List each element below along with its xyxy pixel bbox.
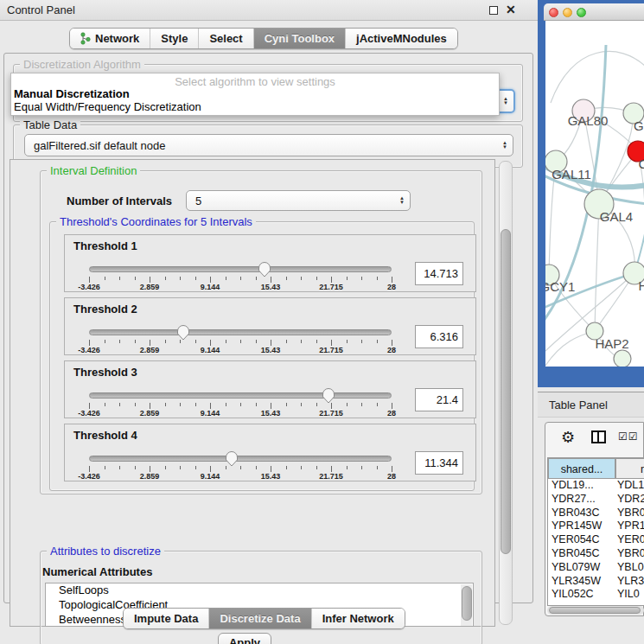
cell-shared-name: YLR345W (552, 575, 601, 587)
numerical-attributes-label: Numerical Attributes (42, 565, 152, 578)
popup-item[interactable]: Equal Width/Frequency Discretization (11, 100, 499, 113)
close-traffic-light-icon[interactable] (549, 8, 558, 17)
threshold-block: Threshold 1-3.4262.8599.14415.4321.71528… (64, 234, 476, 292)
slider-track[interactable] (89, 266, 392, 272)
table-row[interactable]: YDL19...YDL1 (548, 479, 644, 493)
tab-jactivemnodules[interactable]: jActiveMNodules (346, 29, 457, 48)
table-panel-title: Table Panel (549, 399, 608, 411)
popup-item[interactable]: Manual Discretization (11, 87, 499, 100)
gear-icon[interactable]: ⚙ (561, 428, 575, 447)
slider-tick-labels: -3.4262.8599.14415.4321.71528 (89, 346, 392, 354)
tab-discretize-data[interactable]: Discretize Data (209, 609, 311, 628)
threshold-value-field[interactable]: 6.316 (415, 325, 463, 348)
float-window-icon[interactable] (489, 6, 498, 15)
apply-button[interactable]: Apply (218, 633, 271, 644)
svg-text:H: H (639, 278, 644, 293)
cell-shared-name: YDR27... (552, 493, 596, 505)
tab-network[interactable]: Network (70, 29, 150, 48)
svg-text:GCY1: GCY1 (545, 279, 575, 294)
table-horizontal-scrollbar[interactable] (547, 606, 644, 615)
threshold-block: Threshold 2-3.4262.8599.14415.4321.71528… (64, 297, 476, 355)
table-row[interactable]: YBR045CYBR0 (548, 547, 644, 561)
threshold-value-field[interactable]: 14.713 (415, 262, 463, 285)
tab-select[interactable]: Select (199, 29, 253, 48)
table-row[interactable]: YBL079WYBL0 (548, 561, 644, 575)
cell-shared-name: YDL19... (552, 479, 594, 491)
interval-definition-title: Interval Definition (47, 164, 140, 177)
tab-impute-data[interactable]: Impute Data (124, 609, 209, 628)
column-header-shared-name[interactable]: shared... (548, 458, 615, 479)
slider-track[interactable] (89, 329, 392, 335)
cell-name: YPR1 (617, 520, 644, 532)
top-tab-bar: NetworkStyleSelectCyni ToolboxjActiveMNo… (69, 28, 458, 49)
cell-name: YER0 (617, 533, 644, 545)
threshold-label: Threshold 2 (73, 303, 137, 316)
cell-shared-name: YBR045C (552, 547, 600, 559)
minimize-traffic-light-icon[interactable] (563, 8, 572, 17)
combo-arrows-icon: ▲▼ (502, 141, 507, 150)
popup-prompt: Select algorithm to view settings (11, 73, 499, 87)
bottom-tab-bar: Impute DataDiscretize DataInfer Network (123, 608, 405, 629)
slider-track[interactable] (89, 456, 392, 462)
table-row[interactable]: YBR043CYBR0 (548, 507, 644, 520)
cell-name: YBR0 (617, 507, 644, 519)
zoom-traffic-light-icon[interactable] (577, 8, 586, 17)
table-row[interactable]: YDR27...YDR2 (548, 493, 644, 507)
cell-name: YDR2 (617, 493, 644, 505)
cell-shared-name: YPR145W (552, 520, 602, 532)
tab-label: Impute Data (134, 612, 198, 625)
node-attribute-table[interactable]: shared... na YDL19...YDL1YDR27...YDR2YBR… (547, 457, 644, 606)
slider-thumb[interactable] (225, 450, 239, 467)
tab-label: Infer Network (322, 612, 394, 625)
slider-tick-labels: -3.4262.8599.14415.4321.71528 (89, 472, 392, 481)
threshold-value-field[interactable]: 11.344 (415, 451, 463, 475)
cell-name: YIL0 (617, 588, 640, 600)
network-window-titlebar[interactable] (544, 3, 644, 21)
checkbox-checked-icons[interactable]: ☑☑ (618, 430, 639, 443)
attribute-list-item[interactable]: SelfLoops (46, 583, 473, 598)
close-icon[interactable]: ✕ (506, 3, 516, 16)
scrollbar-thumb[interactable] (549, 607, 641, 614)
threshold-value-field[interactable]: 21.4 (415, 388, 463, 411)
tab-label: Network (95, 32, 139, 45)
interval-definition-group: Interval Definition Number of Intervals … (40, 170, 482, 494)
popup-items: Manual DiscretizationEqual Width/Frequen… (11, 87, 499, 113)
table-row[interactable]: YER054CYER0 (548, 533, 644, 547)
svg-text:C: C (639, 156, 644, 171)
thresholds-group: Threshold's Coordinates for 5 Intervals … (49, 221, 475, 491)
slider-thumb[interactable] (258, 261, 271, 277)
tab-style[interactable]: Style (150, 29, 199, 48)
table-row[interactable]: YLR345WYLR3 (548, 575, 644, 589)
slider-tick-labels: -3.4262.8599.14415.4321.71528 (89, 283, 392, 291)
table-row[interactable]: YPR145WYPR1 (548, 520, 644, 533)
tab-infer-network[interactable]: Infer Network (312, 609, 405, 628)
cell-name: YLR3 (617, 575, 644, 587)
cell-shared-name: YIL052C (552, 588, 594, 600)
column-header-name[interactable]: na (615, 458, 644, 479)
slider-track[interactable] (89, 392, 392, 399)
table-data-combo[interactable]: galFiltered.sif default node ▲▼ (24, 134, 513, 156)
combo-arrows-icon: ▲▼ (503, 97, 508, 105)
threshold-label: Threshold 3 (73, 366, 137, 379)
num-intervals-combo[interactable]: 5 ▲▼ (186, 190, 411, 211)
panel-title: Control Panel (7, 3, 75, 16)
scrollbar-thumb[interactable] (462, 586, 472, 621)
slider-thumb[interactable] (322, 387, 335, 404)
network-icon (80, 32, 91, 45)
table-panel: ⚙ ☑☑ shared... na YDL19...YDL1YDR27...YD… (545, 422, 644, 616)
scrollbar-thumb[interactable] (501, 229, 511, 554)
attributes-title: Attributes to discretize (47, 545, 164, 558)
cell-shared-name: YBR043C (552, 507, 600, 519)
slider-thumb[interactable] (176, 324, 190, 341)
table-data-combo-value: galFiltered.sif default node (25, 139, 165, 152)
tab-cyni-toolbox[interactable]: Cyni Toolbox (254, 29, 346, 48)
attributes-scrollbar[interactable] (461, 584, 472, 627)
network-canvas[interactable]: GAL80G.CGAL11GAL4GCY1HHAP2 (545, 21, 644, 367)
split-pane-icon[interactable] (591, 430, 606, 443)
svg-text:GAL11: GAL11 (552, 167, 591, 182)
combo-arrows-icon: ▲▼ (399, 196, 405, 205)
table-row[interactable]: YIL052CYIL0 (548, 588, 644, 602)
thresholds-title: Threshold's Coordinates for 5 Intervals (56, 215, 256, 228)
panel-vertical-scrollbar[interactable] (499, 161, 513, 625)
network-view-window[interactable]: GAL80G.CGAL11GAL4GCY1HHAP2 (538, 0, 644, 387)
